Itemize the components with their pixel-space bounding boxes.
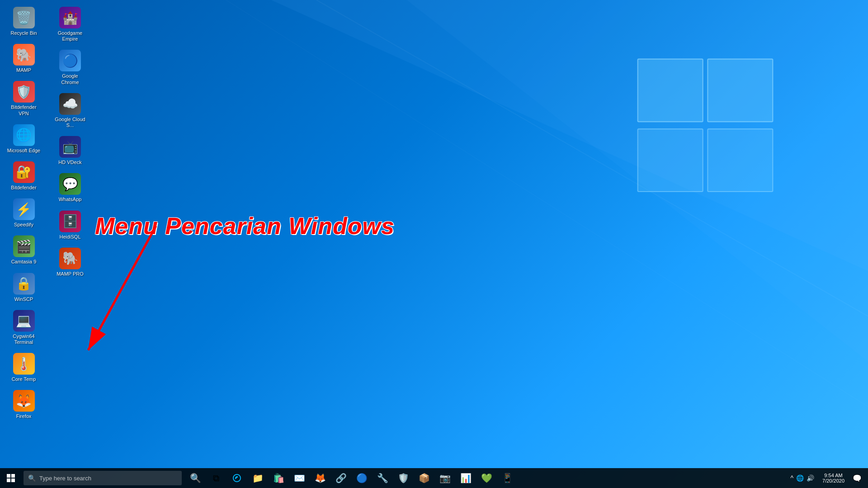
taskbar-explorer-icon[interactable]: 📁 [248,468,268,488]
recycle-bin-icon: 🗑️ [13,7,35,28]
cygwin-icon: 💻 [13,310,35,332]
taskbar-shield-icon[interactable]: 🛡️ [393,468,413,488]
desktop-icon-heidisql[interactable]: 🗄️ HeidiSQL [51,208,90,242]
chrome-icon: 🔵 [59,50,81,71]
taskbar-icon7[interactable]: 🔗 [331,468,351,488]
desktop: 🗑️ Recycle Bin 🐘 MAMP 🛡️ Bitdefender VPN… [0,0,868,488]
svg-rect-12 [7,479,10,482]
recycle-bin-label: Recycle Bin [10,30,37,36]
system-tray: ^ 🌐 🔊 9:54 AM 7/20/2020 🗨️ [788,473,868,483]
desktop-icon-whatsapp[interactable]: 💬 WhatsApp [51,171,90,205]
chrome-label: Google Chrome [53,73,87,85]
desktop-icon-camtasia[interactable]: 🎬 Camtasia 9 [5,233,43,267]
winscp-label: WinSCP [14,296,33,302]
tray-network-icon[interactable]: 🌐 [796,474,804,482]
taskbar-edge-icon[interactable] [227,468,247,488]
heidisql-label: HeidiSQL [59,234,80,240]
clock-time: 9:54 AM [824,473,842,478]
whatsapp-label: WhatsApp [59,197,82,202]
heidisql-icon: 🗄️ [59,211,81,232]
mamppro-label: MAMP PRO [57,271,84,277]
svg-rect-11 [11,474,15,478]
taskbar-icon15[interactable]: 📱 [497,468,517,488]
mamp-label: MAMP [16,67,31,73]
taskbar-icon11[interactable]: 📦 [414,468,434,488]
speedify-icon: ⚡ [13,198,35,220]
mamppro-icon: 🐘 [59,248,81,269]
tray-chevron-icon[interactable]: ^ [790,474,793,482]
svg-line-2 [316,0,868,316]
taskbar-search-icon[interactable]: 🔍 [185,468,205,488]
search-bar[interactable]: 🔍 Type here to search [24,471,182,485]
svg-rect-10 [7,474,10,478]
taskbar-firefox-icon[interactable]: 🦊 [310,468,330,488]
svg-rect-6 [638,129,703,192]
camtasia-icon: 🎬 [13,235,35,257]
whatsapp-icon: 💬 [59,173,81,195]
svg-rect-13 [11,479,15,482]
taskbar-icon14[interactable]: 💚 [476,468,496,488]
goodgame-label: Goodgame Empire [53,30,87,42]
hdvdeck-label: HD VDeck [58,160,81,165]
bitdefender-vpn-label: Bitdefender VPN [7,104,41,116]
desktop-icon-winscp[interactable]: 🔒 WinSCP [5,271,43,305]
svg-line-9 [88,226,156,350]
winscp-icon: 🔒 [13,273,35,295]
annotation-text: Menu Pencarian Windows [95,212,395,239]
camtasia-label: Camtasia 9 [11,259,37,265]
desktop-icon-goodgame[interactable]: 🏰 Goodgame Empire [51,5,90,44]
desktop-icon-chrome[interactable]: 🔵 Google Chrome [51,47,90,87]
edge-label: Microsoft Edge [7,148,40,154]
hdvdeck-icon: 📺 [59,136,81,158]
search-icon: 🔍 [28,474,36,482]
bitdefender-label: Bitdefender [11,185,36,191]
coretemp-label: Core Temp [12,376,36,382]
gcloud-label: Google Cloud S... [53,117,87,128]
desktop-icon-bitdefender-vpn[interactable]: 🛡️ Bitdefender VPN [5,79,43,118]
coretemp-icon: 🌡️ [13,353,35,375]
desktop-icon-speedify[interactable]: ⚡ Speedify [5,196,43,230]
edge-icon: 🌐 [13,124,35,146]
taskbar-screenshot-icon[interactable]: 📷 [435,468,455,488]
taskbar-mail-icon[interactable]: ✉️ [289,468,309,488]
desktop-icon-mamppro[interactable]: 🐘 MAMP PRO [51,245,90,279]
desktop-icon-hdvdeck[interactable]: 📺 HD VDeck [51,134,90,168]
desktop-icon-coretemp[interactable]: 🌡️ Core Temp [5,351,43,385]
desktop-icon-recycle-bin[interactable]: 🗑️ Recycle Bin [5,5,43,38]
taskbar-pinned-icons: 🔍 ⧉ 📁 🛍️ ✉️ 🦊 🔗 🔵 🔧 🛡️ 📦 📷 📊 💚 📱 [185,468,517,488]
start-button[interactable] [0,468,22,488]
desktop-icon-firefox[interactable]: 🦊 Firefox [5,388,43,422]
svg-rect-4 [638,59,703,122]
taskbar: 🔍 Type here to search 🔍 ⧉ 📁 🛍️ ✉️ 🦊 🔗 🔵 … [0,468,868,488]
tray-icons: ^ 🌐 🔊 [788,474,817,482]
svg-rect-7 [708,129,773,192]
speedify-label: Speedify [14,222,33,228]
bitdefender-vpn-icon: 🛡️ [13,81,35,103]
svg-rect-5 [708,59,773,122]
firefox-icon: 🦊 [13,390,35,412]
desktop-icon-mamp[interactable]: 🐘 MAMP [5,42,43,75]
desktop-icon-edge[interactable]: 🌐 Microsoft Edge [5,122,43,156]
bitdefender-icon: 🔐 [13,161,35,183]
mamp-icon: 🐘 [13,44,35,66]
desktop-icons-container: 🗑️ Recycle Bin 🐘 MAMP 🛡️ Bitdefender VPN… [5,5,95,422]
search-placeholder: Type here to search [39,475,91,482]
taskbar-icon9[interactable]: 🔧 [373,468,392,488]
notification-center-icon[interactable]: 🗨️ [850,474,864,483]
taskbar-taskview-icon[interactable]: ⧉ [206,468,226,488]
desktop-icon-gcloud[interactable]: ☁️ Google Cloud S... [51,91,90,131]
firefox-label: Firefox [16,413,32,419]
tray-volume-icon[interactable]: 🔊 [807,474,814,482]
taskbar-store-icon[interactable]: 🛍️ [269,468,288,488]
taskbar-excel-icon[interactable]: 📊 [456,468,476,488]
goodgame-icon: 🏰 [59,7,81,28]
cygwin-label: Cygwin64 Terminal [7,333,41,345]
windows-logo [633,54,778,199]
desktop-icon-bitdefender[interactable]: 🔐 Bitdefender [5,159,43,193]
system-clock[interactable]: 9:54 AM 7/20/2020 [819,473,848,483]
gcloud-icon: ☁️ [59,93,81,115]
clock-date: 7/20/2020 [822,478,844,483]
taskbar-chrome-icon[interactable]: 🔵 [352,468,372,488]
desktop-icon-cygwin[interactable]: 💻 Cygwin64 Terminal [5,308,43,347]
